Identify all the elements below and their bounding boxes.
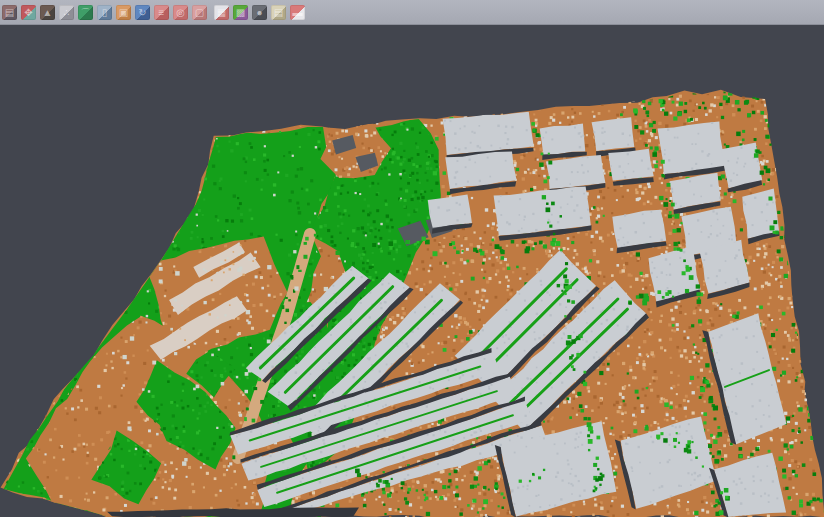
points-icon[interactable]: ∴ bbox=[59, 5, 74, 20]
settings-icon[interactable]: ● bbox=[252, 5, 267, 20]
main-toolbar: ▤✥▲∴⌒▯▣↻≡◎▢▦▩●▤▬ bbox=[0, 0, 824, 25]
grid-icon[interactable]: ▦ bbox=[214, 5, 229, 20]
classification-icon[interactable]: ▩ bbox=[233, 5, 248, 20]
profile-icon[interactable]: ▯ bbox=[97, 5, 112, 20]
3d-point-cloud-viewport[interactable] bbox=[0, 26, 824, 517]
terrain-icon[interactable]: ▲ bbox=[40, 5, 55, 20]
target-icon[interactable]: ◎ bbox=[173, 5, 188, 20]
texture-icon[interactable]: ▤ bbox=[2, 5, 17, 20]
selection-box-icon[interactable]: ▢ bbox=[192, 5, 207, 20]
ortho-image-icon[interactable]: ▣ bbox=[116, 5, 131, 20]
rotate-view-icon[interactable]: ↻ bbox=[135, 5, 150, 20]
surface-icon[interactable]: ⌒ bbox=[78, 5, 93, 20]
move-points-icon[interactable]: ✥ bbox=[21, 5, 36, 20]
table-icon[interactable]: ▤ bbox=[271, 5, 286, 20]
close-icon[interactable]: ▬ bbox=[290, 5, 305, 20]
contours-icon[interactable]: ≡ bbox=[154, 5, 169, 20]
application-window: ▤✥▲∴⌒▯▣↻≡◎▢▦▩●▤▬ bbox=[0, 0, 824, 517]
